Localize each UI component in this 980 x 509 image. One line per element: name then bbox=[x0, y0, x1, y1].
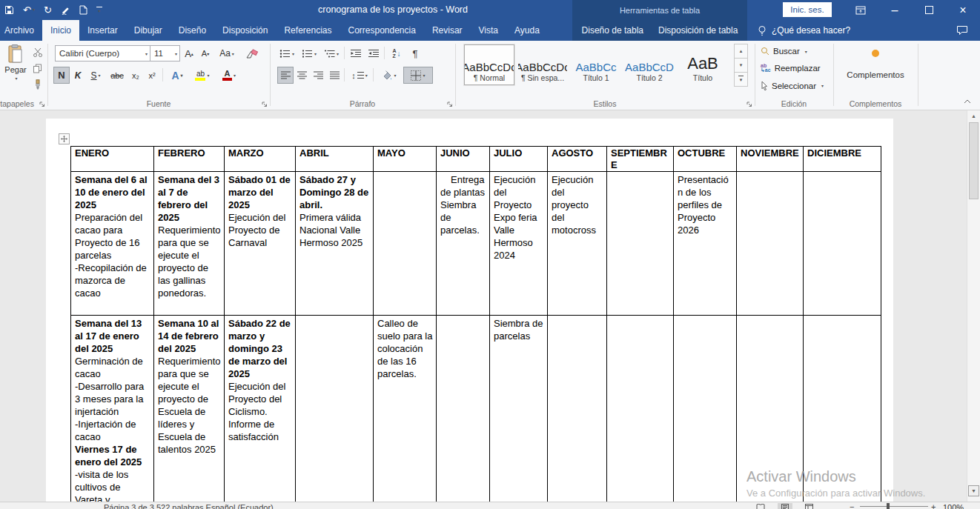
tab-revisar[interactable]: Revisar bbox=[424, 20, 471, 41]
table-cell[interactable]: Sábado 22 de marzo y domingo 23 de marzo… bbox=[225, 316, 296, 503]
table-cell[interactable] bbox=[548, 316, 607, 503]
change-case-button[interactable]: Aa▾ bbox=[215, 45, 239, 61]
format-painter-icon[interactable] bbox=[33, 79, 42, 90]
table-move-handle-icon[interactable] bbox=[59, 133, 70, 144]
align-center-button[interactable] bbox=[294, 67, 310, 84]
strikethrough-button[interactable]: abc bbox=[107, 67, 128, 84]
select-button[interactable]: Seleccionar▾ bbox=[761, 81, 824, 90]
month-header[interactable]: ENERO bbox=[71, 147, 154, 172]
cut-icon[interactable] bbox=[33, 47, 43, 57]
align-left-button[interactable] bbox=[277, 67, 294, 84]
gallery-up-icon[interactable]: ▴ bbox=[734, 44, 748, 59]
tab-correspondencia[interactable]: Correspondencia bbox=[340, 20, 423, 41]
month-header[interactable]: OCTUBRE bbox=[674, 147, 737, 172]
zoom-in-icon[interactable]: + bbox=[931, 502, 936, 509]
gallery-down-icon[interactable]: ▾ bbox=[734, 58, 748, 73]
zoom-level[interactable]: 100% bbox=[943, 503, 964, 509]
show-paragraph-marks-icon[interactable]: ¶ bbox=[408, 45, 423, 61]
style-card[interactable]: AaBbCcTítulo 1 bbox=[571, 44, 621, 85]
align-right-button[interactable] bbox=[310, 67, 326, 84]
styles-dialog-launcher-icon[interactable] bbox=[746, 102, 752, 107]
vertical-scrollbar[interactable]: ▲ ▼ bbox=[967, 110, 980, 502]
scrollbar-thumb[interactable] bbox=[969, 122, 979, 199]
tab-dibujar[interactable]: Dibujar bbox=[126, 20, 170, 41]
find-button[interactable]: Buscar▾ bbox=[761, 47, 807, 56]
table-cell[interactable]: Ejecución del proyecto del motocross bbox=[548, 172, 607, 316]
table-cell[interactable] bbox=[737, 172, 804, 316]
month-header[interactable]: SEPTIEMBRE bbox=[607, 147, 674, 172]
table-cell[interactable]: Semana 10 al 14 de febrero del 2025Reque… bbox=[154, 316, 225, 503]
month-header[interactable]: ABRIL bbox=[296, 147, 374, 172]
zoom-slider[interactable] bbox=[860, 506, 928, 507]
month-header[interactable]: DICIEMBRE bbox=[804, 147, 881, 172]
read-mode-icon[interactable] bbox=[752, 503, 769, 509]
tab-disposición[interactable]: Disposición bbox=[214, 20, 276, 41]
month-header[interactable]: NOVIEMBRE bbox=[737, 147, 804, 172]
table-cell[interactable] bbox=[296, 316, 374, 503]
increase-indent-icon[interactable] bbox=[365, 45, 383, 61]
table-cell[interactable]: Semana del 6 al 10 de enero del 2025Prep… bbox=[71, 172, 154, 316]
table-cell[interactable] bbox=[804, 172, 881, 316]
font-color-button[interactable]: A▾ bbox=[216, 67, 242, 84]
maximize-button[interactable] bbox=[912, 0, 946, 20]
table-cell[interactable] bbox=[607, 316, 674, 503]
style-card[interactable]: AaBbCcDc¶ Normal bbox=[464, 44, 514, 85]
table-cell[interactable]: Semana del 13 al 17 de enero del 2025Ger… bbox=[71, 316, 154, 503]
table-cell[interactable] bbox=[374, 172, 437, 316]
gallery-more-icon[interactable]: ▾ bbox=[734, 72, 748, 87]
scroll-down-icon[interactable]: ▼ bbox=[968, 485, 979, 496]
replace-button[interactable]: ab↳ac Reemplazar bbox=[761, 64, 821, 73]
underline-button[interactable]: S▾ bbox=[85, 67, 106, 84]
decrease-indent-icon[interactable] bbox=[347, 45, 365, 61]
tab-archivo[interactable]: Archivo bbox=[0, 20, 42, 41]
zoom-out-icon[interactable]: − bbox=[850, 502, 854, 509]
month-header[interactable]: FEBRERO bbox=[154, 147, 225, 172]
status-info[interactable]: Página 3 de 3 522 palabras Español (Ecua… bbox=[104, 503, 274, 509]
bullets-icon[interactable]: ▾ bbox=[276, 45, 298, 61]
multilevel-list-icon[interactable]: ▾ bbox=[320, 45, 342, 61]
web-layout-icon[interactable] bbox=[801, 503, 817, 509]
paragraph-dialog-launcher-icon[interactable] bbox=[447, 102, 453, 107]
collapse-ribbon-icon[interactable] bbox=[964, 99, 971, 104]
font-size-combobox[interactable]: 11▾ bbox=[150, 45, 180, 61]
text-effects-button[interactable]: A▾ bbox=[166, 67, 188, 84]
tab-ayuda[interactable]: Ayuda bbox=[506, 20, 548, 41]
tab-diseño-de-tabla[interactable]: Diseño de tabla bbox=[575, 20, 651, 41]
table-cell[interactable] bbox=[437, 316, 490, 503]
justify-button[interactable] bbox=[326, 67, 342, 84]
table-cell[interactable]: Ejecución del Proyecto Expo feria Valle … bbox=[490, 172, 548, 316]
style-card[interactable]: AaBbCcDc¶ Sin espa... bbox=[517, 44, 568, 85]
sign-in-button[interactable]: Inic. ses. bbox=[783, 2, 832, 17]
shading-icon[interactable]: ▾ bbox=[377, 67, 402, 84]
print-layout-icon[interactable] bbox=[778, 503, 792, 509]
tab-inicio[interactable]: Inicio bbox=[42, 20, 79, 41]
addins-button[interactable]: Complementos bbox=[833, 70, 918, 79]
save-icon[interactable] bbox=[4, 5, 14, 15]
borders-icon[interactable]: ▾ bbox=[403, 67, 433, 84]
clear-formatting-button[interactable] bbox=[242, 45, 262, 61]
line-spacing-icon[interactable]: ↕ ▾ bbox=[348, 67, 371, 84]
font-family-combobox[interactable]: Calibri (Cuerpo)▾ bbox=[55, 45, 150, 61]
month-header[interactable]: MARZO bbox=[225, 147, 296, 172]
document-page[interactable]: ENEROFEBREROMARZOABRILMAYOJUNIOJULIOAGOS… bbox=[46, 119, 893, 502]
paste-button[interactable]: Pegar ▾ bbox=[3, 44, 28, 92]
tell-me-box[interactable]: ¿Qué desea hacer? bbox=[758, 20, 850, 41]
comments-icon[interactable] bbox=[956, 25, 968, 36]
table-cell[interactable]: Sábado 01 de marzo del 2025Ejecución del… bbox=[225, 172, 296, 316]
highlight-color-button[interactable]: ab▾ bbox=[190, 67, 215, 84]
table-cell[interactable]: Semana del 3 al 7 de febrero del 2025Req… bbox=[154, 172, 225, 316]
superscript-button[interactable]: x² bbox=[144, 67, 160, 84]
bold-button[interactable]: N bbox=[53, 67, 70, 84]
draw-icon[interactable] bbox=[61, 5, 70, 15]
undo-icon[interactable]: ↶▾ bbox=[23, 5, 35, 15]
italic-button[interactable]: K bbox=[70, 67, 85, 84]
style-card[interactable]: AaBTítulo bbox=[678, 44, 728, 85]
new-document-icon[interactable] bbox=[79, 5, 87, 15]
table-cell[interactable]: Presentación de los perfiles de Proyecto… bbox=[674, 172, 737, 316]
zoom-slider-thumb[interactable] bbox=[887, 503, 890, 509]
table-cell[interactable] bbox=[674, 316, 737, 503]
tab-diseño[interactable]: Diseño bbox=[170, 20, 214, 41]
table-cell[interactable]: Siembra de parcelas bbox=[490, 316, 548, 503]
redo-icon[interactable]: ↻ bbox=[44, 5, 52, 15]
ribbon-display-options-icon[interactable] bbox=[844, 0, 878, 20]
